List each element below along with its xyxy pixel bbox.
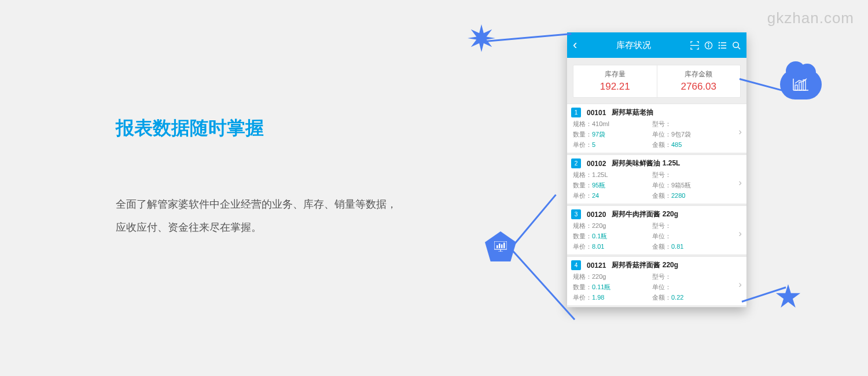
back-button[interactable]: ‹ [573,38,577,53]
list-icon[interactable] [718,41,727,50]
inventory-item[interactable]: 4 00121 厨邦香菇拌面酱 220g 规格：220g 型号： 数量：0.11… [567,256,746,306]
inventory-item[interactable]: 2 00102 厨邦美味鲜酱油 1.25L 规格：1.25L 型号： 数量：95… [567,154,746,204]
svg-rect-4 [496,245,498,248]
svg-rect-7 [503,243,505,249]
info-icon[interactable] [704,41,713,50]
chevron-right-icon: › [738,177,742,189]
star-icon [775,283,801,311]
item-qty: 数量：0.1瓶 [573,232,652,241]
svg-point-18 [719,42,720,43]
cloud-chart-icon [780,69,822,99]
svg-rect-1 [494,241,507,249]
search-icon[interactable] [732,41,741,50]
app-title: 库存状况 [616,40,651,51]
svg-rect-21 [721,45,726,46]
item-name: 厨邦美味鲜酱油 1.25L [612,158,680,168]
chevron-right-icon: › [738,228,742,239]
pentagon-chart-icon [485,231,516,261]
starburst-icon [468,24,495,54]
inventory-item[interactable]: 3 00120 厨邦牛肉拌面酱 220g 规格：220g 型号： 数量：0.1瓶… [567,205,746,255]
item-spec: 规格：410ml [573,120,652,128]
item-code: 00121 [587,261,606,270]
item-amount: 金额：0.81 [652,242,731,251]
summary-amount-label: 库存金额 [657,69,741,79]
item-price: 单价：5 [573,141,652,149]
item-spec: 规格：1.25L [573,171,652,179]
svg-point-24 [733,42,738,47]
app-header: ‹ 库存状况 [567,32,746,58]
item-code: 00120 [587,211,606,219]
item-index-badge: 2 [571,158,581,168]
marketing-text-block: 报表数据随时掌握 全面了解管家婆软件中企业经营的业务、库存、销量等数据，应收应付… [116,116,405,239]
chevron-right-icon: › [738,126,742,138]
item-index-badge: 3 [571,209,581,219]
page-heading: 报表数据随时掌握 [116,116,405,141]
connector-line [512,250,575,320]
item-name: 厨邦牛肉拌面酱 220g [612,209,678,219]
scan-icon[interactable] [690,41,699,50]
svg-rect-19 [721,42,726,43]
svg-rect-10 [795,85,797,90]
item-amount: 金额：485 [652,141,731,149]
item-unit: 单位：9包7袋 [652,130,731,139]
svg-marker-0 [468,24,495,52]
item-amount: 金额：0.22 [652,293,731,302]
item-qty: 数量：95瓶 [573,181,652,190]
svg-point-20 [719,45,720,46]
svg-rect-11 [799,82,801,90]
svg-rect-23 [721,47,726,49]
svg-rect-5 [499,244,501,248]
item-index-badge: 4 [571,260,581,270]
item-model: 型号： [652,171,731,179]
item-unit: 单位： [652,232,731,241]
summary-amount-value: 2766.03 [657,81,741,93]
connector-line [485,33,572,42]
item-model: 型号： [652,222,731,230]
svg-point-22 [719,47,720,48]
summary-card: 库存量 192.21 库存金额 2766.03 [573,65,741,98]
summary-qty-value: 192.21 [573,81,657,93]
item-price: 单价：1.98 [573,293,652,302]
page-description: 全面了解管家婆软件中企业经营的业务、库存、销量等数据，应收应付、资金往来尽在掌握… [116,193,405,239]
chevron-right-icon: › [738,279,742,290]
item-qty: 数量：0.11瓶 [573,283,652,292]
watermark-text: gkzhan.com [767,9,854,27]
item-unit: 单位：9箱5瓶 [652,181,731,190]
item-price: 单价：24 [573,191,652,200]
item-qty: 数量：97袋 [573,130,652,139]
item-amount: 金额：2280 [652,191,731,200]
svg-line-25 [738,47,740,49]
item-code: 00101 [587,109,606,117]
item-spec: 规格：220g [573,272,652,281]
svg-marker-13 [776,284,800,307]
svg-rect-6 [501,245,503,249]
summary-qty: 库存量 192.21 [573,65,657,97]
inventory-item[interactable]: 1 00101 厨邦草菇老抽 规格：410ml 型号： 数量：97袋 单位：9包… [567,104,746,153]
item-unit: 单位： [652,283,731,292]
connector-line [512,194,557,247]
item-name: 厨邦香菇拌面酱 220g [612,260,678,270]
summary-amount: 库存金额 2766.03 [657,65,741,97]
item-code: 00102 [587,160,606,168]
mobile-app-screenshot: ‹ 库存状况 [567,32,746,307]
summary-qty-label: 库存量 [573,69,657,79]
item-model: 型号： [652,272,731,281]
item-name: 厨邦草菇老抽 [612,108,653,117]
svg-point-17 [708,43,709,43]
item-model: 型号： [652,120,731,128]
item-index-badge: 1 [571,108,581,117]
item-price: 单价：8.01 [573,242,652,251]
item-spec: 规格：220g [573,222,652,230]
